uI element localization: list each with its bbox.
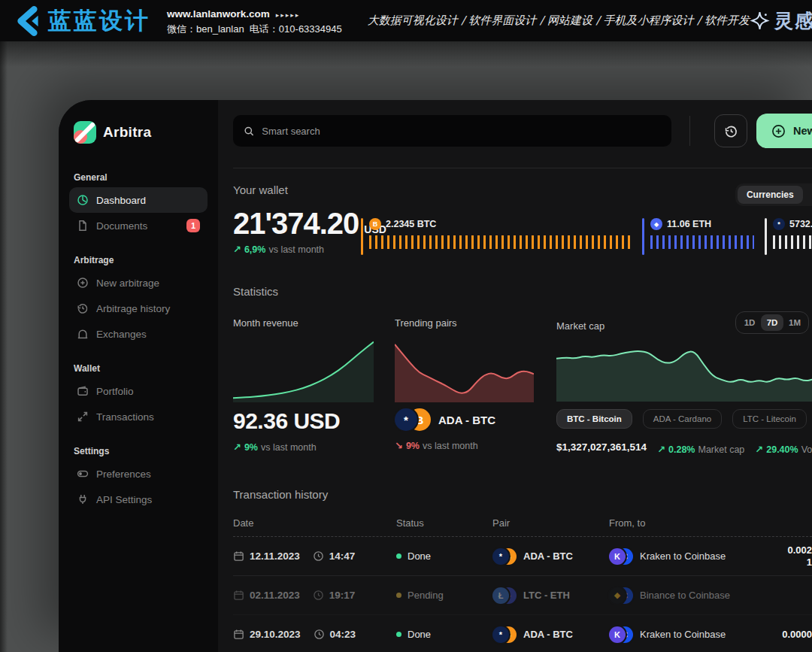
pair-name: ADA - BTC	[438, 414, 495, 426]
topbar-divider	[689, 116, 690, 146]
trend-value: 29.40%	[766, 444, 798, 455]
new-arbitrage-button[interactable]: New arbitrage	[756, 114, 812, 148]
tx-time: 04:23	[330, 629, 356, 640]
tx-time: 14:47	[329, 550, 356, 562]
sidebar: Arbitra General Dashboard Documents 1 Ar…	[59, 100, 218, 652]
nav-group-label: General	[69, 172, 208, 183]
new-arbitrage-label: New arbitrage	[793, 125, 812, 137]
tx-date: 02.11.2023	[250, 590, 300, 601]
history-button[interactable]	[714, 114, 747, 147]
site-logo-text: 蓝蓝设计	[48, 5, 150, 37]
coin-tab-ltc[interactable]: LTC - Litecoin	[732, 409, 807, 429]
trend-label: vs last month	[268, 244, 324, 255]
col-pair: Pair	[492, 517, 609, 529]
cap-trend: ↗ 0.28% Market cap	[657, 444, 744, 455]
holding-eth[interactable]: ◆ 11.06 ETH	[642, 218, 765, 255]
phone-contact: 电话：010-63334945	[250, 23, 342, 35]
transfer-arrows-icon	[77, 411, 89, 423]
sidebar-item-exchanges[interactable]: Exchanges	[69, 321, 208, 347]
transactions-table-header: Date Status Pair From, to	[233, 517, 812, 537]
market-cap-value: $1,327,027,361,514	[556, 441, 647, 453]
tab-currencies[interactable]: Currencies	[738, 186, 803, 204]
wallet-title: Your wallet	[233, 183, 288, 196]
arbitra-logo-icon	[74, 121, 96, 144]
month-revenue-trend: ↗ 9% vs last month	[233, 441, 374, 453]
coin-tabs: BTC - Bitcoin ADA - Cardano LTC - Liteco…	[556, 409, 812, 429]
arbitra-dashboard: Arbitra General Dashboard Documents 1 Ar…	[59, 100, 812, 652]
sidebar-item-api-settings[interactable]: API Settings	[69, 487, 208, 512]
nav-group-settings: Settings Preferences API Settings	[69, 446, 208, 512]
wallet-icon	[77, 385, 89, 397]
app-brand[interactable]: Arbitra	[69, 121, 208, 144]
tab-exchanges[interactable]: Exchanges	[803, 186, 812, 204]
binance-icon: ◆	[609, 587, 626, 604]
tx-date: 12.11.2023	[250, 550, 300, 562]
wallet-header: Your wallet Currencies Exchanges	[233, 183, 812, 206]
card-label: Month revenue	[233, 317, 374, 329]
trend-up-icon: ↗	[233, 244, 241, 255]
inspiration-collect[interactable]: 灵感收集	[750, 8, 812, 33]
table-row[interactable]: 02.11.2023 19:17 Pending Ł ◆ LTC - ETH	[233, 576, 812, 615]
month-revenue-card: Month revenue 92.36 USD ↗ 9% vs last mon…	[233, 317, 374, 455]
holding-btc[interactable]: B 2.2345 BTC	[361, 218, 642, 255]
site-url[interactable]: www.lanlanwork.com	[167, 8, 270, 20]
trend-value: 0.28%	[668, 444, 695, 455]
main-content: New arbitrage Your wallet Currencies Exc…	[218, 100, 812, 652]
range-1m[interactable]: 1M	[783, 314, 806, 331]
sidebar-item-portfolio[interactable]: Portfolio	[69, 378, 208, 404]
table-row[interactable]: 12.11.2023 14:47 Done * B ADA - BTC K	[233, 537, 812, 576]
market-cap-chart	[556, 338, 812, 402]
sidebar-item-label: Exchanges	[96, 329, 147, 340]
month-revenue-chart	[233, 341, 374, 402]
tx-pair: LTC - ETH	[523, 590, 570, 601]
trending-pair-trend: ↘ 9% vs last month	[395, 440, 534, 451]
col-status: Status	[396, 517, 492, 529]
sidebar-item-documents[interactable]: Documents 1	[69, 213, 208, 238]
header-divider	[233, 168, 812, 168]
eth-ticks	[650, 235, 754, 249]
sidebar-item-dashboard[interactable]: Dashboard	[69, 187, 208, 213]
sidebar-item-preferences[interactable]: Preferences	[69, 461, 208, 487]
collect-label: 灵感收集	[774, 8, 812, 33]
plus-circle-icon	[77, 277, 89, 289]
nav-group-wallet: Wallet Portfolio Transactions	[69, 363, 208, 429]
search-input[interactable]	[262, 126, 661, 137]
sidebar-item-arbitrage-history[interactable]: Arbitrage history	[69, 296, 208, 321]
topbar: New arbitrage	[233, 114, 812, 148]
trend-up-icon: ↗	[657, 444, 665, 455]
transaction-history-title: Transaction history	[233, 488, 812, 501]
trend-label: vs last month	[423, 441, 478, 451]
sidebar-item-transactions[interactable]: Transactions	[69, 404, 208, 429]
ada-icon: *	[773, 218, 785, 230]
nav-group-label: Arbitrage	[69, 255, 208, 265]
nav-group-label: Settings	[69, 446, 208, 456]
wallet-summary: 21'374.20 USD ↗ 6,9% vs last month B 2.2…	[233, 208, 812, 255]
ada-icon: *	[395, 408, 417, 431]
coin-tab-btc[interactable]: BTC - Bitcoin	[556, 409, 632, 429]
trend-label: vs last month	[261, 442, 317, 453]
card-label: Market cap	[556, 320, 604, 332]
tx-route: Binance to Coinbase	[640, 590, 730, 601]
trending-pair: * B ADA - BTC	[395, 408, 534, 431]
sidebar-item-label: Arbitrage history	[96, 303, 170, 314]
trend-label: Market cap	[698, 444, 744, 455]
range-7d[interactable]: 7D	[761, 314, 783, 331]
card-label: Trending pairs	[395, 317, 534, 329]
status-text: Done	[408, 550, 431, 562]
range-1d[interactable]: 1D	[738, 314, 761, 331]
sidebar-item-label: Documents	[96, 220, 147, 232]
wallet-amount-block: 21'374.20 USD ↗ 6,9% vs last month	[233, 208, 335, 255]
banner-contact: www.lanlanwork.com▸▸▸▸▸ 微信：ben_lanlan 电话…	[167, 7, 342, 35]
plug-icon	[77, 493, 89, 505]
statistics-title: Statistics	[233, 285, 812, 298]
sidebar-item-new-arbitrage[interactable]: New arbitrage	[69, 270, 208, 296]
holding-ada[interactable]: * 5732.61 ADA	[765, 218, 812, 255]
month-revenue-value: 92.36 USD	[233, 408, 374, 434]
search-bar[interactable]	[233, 115, 671, 147]
tx-amount: 0.002 1	[771, 544, 812, 569]
sidebar-item-label: Portfolio	[96, 386, 134, 397]
holding-amount: 5732.61 ADA	[789, 219, 812, 229]
table-row[interactable]: 29.10.2023 04:23 Done * B ADA - BTC K	[233, 615, 812, 652]
coin-tab-ada[interactable]: ADA - Cardano	[643, 409, 722, 429]
col-date: Date	[233, 517, 396, 529]
